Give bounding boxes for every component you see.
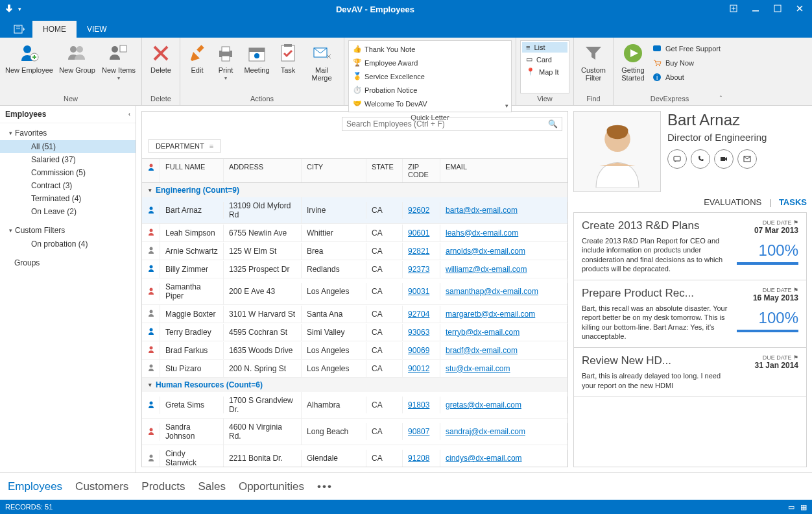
task-item[interactable]: Review New HD...Bart, this is already de… <box>574 348 806 397</box>
maximize-icon[interactable] <box>773 4 782 15</box>
meeting-button[interactable]: Meeting <box>241 40 272 77</box>
cell-zip[interactable]: 90012 <box>403 360 440 377</box>
cell-email[interactable]: barta@dx-email.com <box>440 202 567 219</box>
cell-email[interactable]: terryb@dx-email.com <box>440 324 567 341</box>
table-row[interactable]: Bart Arnaz13109 Old Myford RdIrvineCA926… <box>142 197 567 224</box>
ql-welcome[interactable]: 🤝Welcome To DevAV <box>352 98 433 109</box>
close-icon[interactable] <box>795 4 804 15</box>
cell-email[interactable]: cindys@dx-email.com <box>440 450 567 467</box>
edit-button[interactable]: Edit <box>184 40 210 77</box>
view1-icon[interactable]: ▭ <box>788 503 794 511</box>
view-card-button[interactable]: ▭Card <box>522 54 567 65</box>
col-person-icon[interactable] <box>142 159 160 182</box>
tab-view[interactable]: VIEW <box>77 21 117 38</box>
ql-thank-you[interactable]: 👍Thank You Note <box>352 43 433 55</box>
file-button[interactable] <box>6 21 32 38</box>
collapse-sidebar-icon[interactable]: ‹ <box>128 111 130 117</box>
mail-merge-button[interactable]: Mail Merge <box>304 40 340 84</box>
ribbon-expand-icon[interactable]: ˆ <box>720 95 722 103</box>
cell-email[interactable]: leahs@dx-email.com <box>440 225 567 241</box>
table-row[interactable]: Terry Bradley4595 Cochran StSimi ValleyC… <box>142 323 567 341</box>
task-item[interactable]: Create 2013 R&D PlansCreate 2013 R&D Pla… <box>574 213 806 280</box>
cell-zip[interactable]: 92373 <box>403 261 440 278</box>
cell-zip[interactable]: 90031 <box>403 283 440 300</box>
task-list[interactable]: Create 2013 R&D PlansCreate 2013 R&D Pla… <box>573 212 807 467</box>
table-row[interactable]: Greta Sims1700 S Grandview Dr.AlhambraCA… <box>142 392 567 419</box>
table-row[interactable]: Sandra Johnson4600 N Virginia Rd.Long Be… <box>142 419 567 445</box>
task-item[interactable]: Prepare Product Rec...Bart, this recall … <box>574 280 806 348</box>
cell-zip[interactable]: 91208 <box>403 450 440 467</box>
cell-zip[interactable]: 92602 <box>403 202 440 219</box>
col-email[interactable]: EMAIL <box>440 159 567 182</box>
cell-email[interactable]: stu@dx-email.com <box>440 360 567 377</box>
cell-email[interactable]: bradf@dx-email.com <box>440 342 567 359</box>
sidebar-item-on[interactable]: On Leave (2) <box>0 205 136 218</box>
group-header[interactable]: ▾ Engineering (Count=9) <box>142 183 567 197</box>
ribbon-collapse-icon[interactable] <box>729 4 738 15</box>
minimize-icon[interactable] <box>751 4 760 15</box>
table-row[interactable]: Leah Simpson6755 Newlin AveWhittierCA906… <box>142 224 567 242</box>
mail-button[interactable] <box>737 149 757 169</box>
sidebar-item-contract[interactable]: Contract (3) <box>0 179 136 192</box>
new-employee-button[interactable]: New Employee <box>4 40 54 77</box>
bottomnav-customers[interactable]: Customers <box>75 480 128 493</box>
table-row[interactable]: Stu Pizaro200 N. Spring StLos AngelesCA9… <box>142 360 567 378</box>
nav-groups-header[interactable]: Groups <box>0 256 136 270</box>
cell-email[interactable]: gretas@dx-email.com <box>440 397 567 413</box>
table-row[interactable]: Billy Zimmer1325 Prospect DrRedlandsCA92… <box>142 260 567 278</box>
sidebar-item-probation[interactable]: On probation (4) <box>0 238 136 251</box>
cell-zip[interactable]: 93063 <box>403 324 440 341</box>
view-list-button[interactable]: ≡List <box>522 42 567 53</box>
col-city[interactable]: CITY <box>302 159 366 182</box>
bottomnav-opportunities[interactable]: Opportunities <box>239 480 304 493</box>
cell-zip[interactable]: 90601 <box>403 225 440 241</box>
new-group-button[interactable]: New Group <box>57 40 97 77</box>
group-header[interactable]: ▾ Human Resources (Count=6) <box>142 378 567 392</box>
cell-zip[interactable]: 90807 <box>403 423 440 440</box>
view2-icon[interactable]: ▦ <box>800 503 807 511</box>
sidebar-item-salaried[interactable]: Salaried (37) <box>0 153 136 166</box>
sidebar-item-commission[interactable]: Commission (5) <box>0 166 136 179</box>
video-button[interactable] <box>714 149 734 169</box>
buy-now-link[interactable]: Buy Now <box>651 57 722 69</box>
group-panel[interactable]: DEPARTMENT≡ <box>142 134 567 159</box>
table-row[interactable]: Samantha Piper200 E Ave 43Los AngelesCA9… <box>142 278 567 305</box>
about-link[interactable]: iAbout <box>651 71 722 83</box>
phone-button[interactable] <box>691 149 710 169</box>
sidebar-item-all[interactable]: All (51) <box>0 140 136 153</box>
cell-email[interactable]: margaretb@dx-email.com <box>440 306 567 323</box>
group-column-chip[interactable]: DEPARTMENT≡ <box>149 139 221 153</box>
table-row[interactable]: Arnie Schwartz125 W Elm StBreaCA92821arn… <box>142 242 567 260</box>
col-fullname[interactable]: FULL NAME <box>160 159 224 182</box>
message-button[interactable] <box>667 149 687 169</box>
touch-mode-icon[interactable] <box>4 3 14 16</box>
task-button[interactable]: Task <box>275 40 301 77</box>
bottomnav-sales[interactable]: Sales <box>198 480 226 493</box>
col-zip[interactable]: ZIP CODE <box>403 159 440 182</box>
delete-button[interactable]: Delete <box>146 40 176 77</box>
cell-zip[interactable]: 92704 <box>403 306 440 323</box>
nav-customfilters-header[interactable]: ▾Custom Filters <box>0 223 136 238</box>
nav-favorites-header[interactable]: ▾Favorites <box>0 126 136 140</box>
col-state[interactable]: STATE <box>366 159 403 182</box>
ql-dropdown-icon[interactable]: ▾ <box>505 103 508 109</box>
bottomnav-more-icon[interactable]: ••• <box>317 480 333 493</box>
print-button[interactable]: Print▾ <box>213 40 239 84</box>
cell-zip[interactable]: 92821 <box>403 243 440 260</box>
getting-started-button[interactable]: Getting Started <box>617 40 649 84</box>
table-row[interactable]: Brad Farkus1635 Woods DriveLos AngelesCA… <box>142 341 567 360</box>
ql-employee-award[interactable]: 🏆Employee Award <box>352 57 433 68</box>
tab-evaluations[interactable]: EVALUATIONS <box>704 197 761 207</box>
col-address[interactable]: ADDRESS <box>224 159 302 182</box>
cell-zip[interactable]: 91803 <box>403 397 440 413</box>
view-mapit-button[interactable]: 📍Map It <box>522 66 567 77</box>
sidebar-item-terminated[interactable]: Terminated (4) <box>0 192 136 205</box>
cell-email[interactable]: williamz@dx-email.com <box>440 261 567 278</box>
get-support-link[interactable]: Get Free Support <box>651 43 722 55</box>
ql-probation-notice[interactable]: ⏱️Probation Notice <box>352 84 433 95</box>
cell-email[interactable]: sandraj@dx-email.com <box>440 423 567 440</box>
bottomnav-products[interactable]: Products <box>141 480 185 493</box>
cell-email[interactable]: arnolds@dx-email.com <box>440 243 567 260</box>
table-row[interactable]: Maggie Boxter3101 W Harvard StSanta AnaC… <box>142 305 567 323</box>
tab-tasks[interactable]: TASKS <box>779 197 807 207</box>
